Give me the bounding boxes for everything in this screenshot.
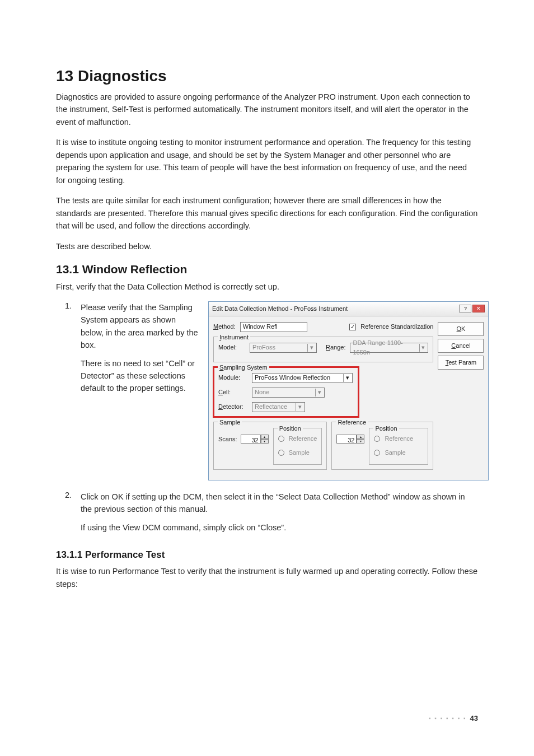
- ref-pos-sample-radio[interactable]: [374, 450, 380, 456]
- cancel-button[interactable]: Cancel: [438, 339, 484, 353]
- sample-pos-reference-radio[interactable]: [278, 436, 284, 442]
- page-footer: ▪ ▪ ▪ ▪ ▪ ▪ ▪ 43: [429, 714, 478, 722]
- chevron-up-icon[interactable]: ▴: [357, 435, 364, 439]
- chevron-down-icon: ▾: [315, 389, 323, 396]
- page-number: 43: [470, 714, 478, 722]
- instrument-fieldset: Instrument Model: ProFoss▾ Range: DDA Ra…: [213, 337, 433, 362]
- cell-select[interactable]: None▾: [252, 388, 325, 398]
- module-select[interactable]: ProFoss Window Reflection▾: [252, 373, 353, 383]
- ref-pos-reference-radio[interactable]: [374, 436, 380, 442]
- heading-2: 13.1 Window Reflection: [56, 263, 478, 276]
- dialog-title: Edit Data Collection Method - ProFoss In…: [212, 304, 348, 314]
- step-2-text-1: Click on OK if setting up the DCM, then …: [81, 491, 478, 516]
- method-input[interactable]: Window Refl: [240, 322, 307, 332]
- chevron-down-icon[interactable]: ▾: [357, 439, 364, 444]
- step-2-text-2: If using the View DCM command, simply cl…: [81, 521, 478, 534]
- reference-position-fieldset: Position Reference Sample: [369, 428, 428, 465]
- reference-fieldset: Reference 32 ▴▾ Posit: [331, 422, 433, 470]
- step-1-text-2: There is no need to set “Cell” or Detect…: [81, 357, 198, 395]
- paragraph-4: Tests are described below.: [56, 240, 478, 253]
- chevron-up-icon[interactable]: ▴: [261, 435, 269, 439]
- model-label: Model:: [218, 343, 245, 352]
- sample-position-fieldset: Position Reference Sample: [273, 428, 322, 465]
- sample-pos-sample-radio[interactable]: [278, 450, 284, 456]
- heading-1: 13 Diagnostics: [56, 67, 478, 85]
- refstd-checkbox[interactable]: ✓: [349, 324, 356, 330]
- range-label: Range:: [326, 343, 345, 352]
- test-param-button[interactable]: Test Param: [438, 356, 484, 370]
- range-select[interactable]: DDA Range 1100-1650n▾: [350, 343, 428, 353]
- edit-dcm-dialog: Edit Data Collection Method - ProFoss In…: [208, 301, 489, 480]
- paragraph-6: It is wise to run Performance Test to ve…: [56, 565, 478, 590]
- paragraph-5: First, verify that the Data Collection M…: [56, 281, 478, 293]
- close-button[interactable]: ✕: [472, 305, 485, 312]
- paragraph-2: It is wise to institute ongoing testing …: [56, 136, 478, 186]
- sampling-system-fieldset: Sampling System Module: ProFoss Window R…: [213, 367, 359, 417]
- paragraph-1: Diagnostics are provided to assure ongoi…: [56, 91, 478, 128]
- sample-scans-label: Scans:: [218, 435, 237, 444]
- model-select[interactable]: ProFoss▾: [250, 343, 317, 353]
- method-label: Method:: [213, 322, 236, 332]
- chevron-down-icon: ▾: [419, 344, 427, 352]
- footer-dots: ▪ ▪ ▪ ▪ ▪ ▪ ▪: [429, 715, 466, 721]
- chevron-down-icon[interactable]: ▾: [261, 439, 269, 444]
- cell-label: Cell:: [218, 388, 247, 397]
- ok-button[interactable]: OK: [438, 322, 484, 336]
- refstd-label: Reference Standardization: [360, 322, 433, 332]
- heading-3: 13.1.1 Performance Test: [56, 549, 478, 561]
- paragraph-3: The tests are quite similar for each ins…: [56, 194, 478, 232]
- detector-select[interactable]: Reflectance▾: [252, 402, 305, 412]
- chevron-down-icon: ▾: [307, 344, 315, 352]
- chevron-down-icon: ▾: [296, 403, 303, 411]
- step-1-number: 1.: [56, 301, 81, 310]
- step-2-number: 2.: [56, 491, 81, 500]
- help-button[interactable]: ?: [459, 305, 471, 312]
- detector-label: Detector:: [218, 402, 247, 412]
- chevron-down-icon: ▾: [343, 374, 351, 382]
- sample-fieldset: Sample Scans: 32 ▴▾: [213, 422, 327, 470]
- sample-scans-stepper[interactable]: 32 ▴▾: [241, 435, 269, 444]
- reference-scans-stepper[interactable]: 32 ▴▾: [336, 435, 364, 444]
- module-label: Module:: [218, 373, 247, 382]
- step-1-text-1: Please verify that the Sampling System a…: [81, 301, 198, 352]
